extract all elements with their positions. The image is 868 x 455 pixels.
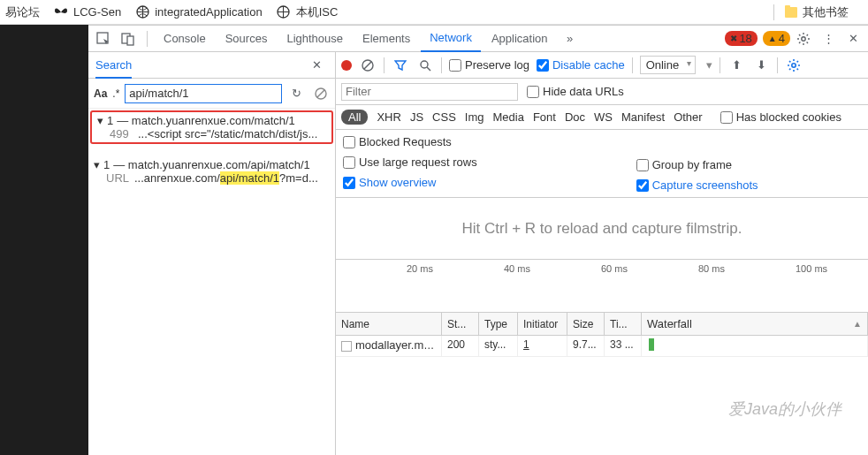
other-bookmarks[interactable]: 其他书签	[785, 4, 849, 20]
timeline-overview[interactable]: 20 ms 40 ms 60 ms 80 ms 100 ms	[336, 260, 868, 313]
tab-network[interactable]: Network	[421, 26, 481, 52]
tab-application[interactable]: Application	[483, 26, 557, 52]
more-tabs-icon[interactable]: »	[559, 27, 582, 50]
request-type-filters: All XHR JS CSS Img Media Font Doc WS Man…	[336, 105, 868, 130]
devtools-tabs: Console Sources Lighthouse Elements Netw…	[88, 26, 868, 52]
search-result-group-2[interactable]: ▾1— match.yuanrenxue.com/api/match/1 URL…	[88, 156, 335, 186]
show-overview-checkbox[interactable]: Show overview	[343, 176, 477, 189]
col-waterfall[interactable]: Waterfall▲	[642, 313, 868, 335]
search-input[interactable]	[125, 84, 282, 103]
filter-other[interactable]: Other	[674, 110, 703, 124]
filter-css[interactable]: CSS	[432, 110, 456, 124]
filter-manifest[interactable]: Manifest	[621, 110, 665, 124]
clear-icon[interactable]	[359, 57, 377, 74]
filter-font[interactable]: Font	[533, 110, 556, 124]
requests-table: Name St... Type Initiator Size Ti... Wat…	[336, 313, 868, 455]
search-result-group-1[interactable]: ▾1— match.yuanrenxue.com/match/1 499...<…	[90, 110, 333, 144]
filter-doc[interactable]: Doc	[565, 110, 585, 124]
bookmarks-bar: 易论坛 LCG-Sen integratedApplication 本机ISC …	[0, 0, 868, 25]
search-net-icon[interactable]	[416, 57, 434, 74]
svg-point-12	[792, 63, 796, 66]
regex-toggle[interactable]: .*	[112, 87, 119, 100]
col-name[interactable]: Name	[336, 313, 442, 335]
filter-ws[interactable]: WS	[594, 110, 613, 124]
tab-elements[interactable]: Elements	[354, 26, 419, 52]
watermark-text: 爱Java的小伙伴	[728, 398, 841, 420]
inspect-icon[interactable]	[92, 27, 115, 50]
blocked-requests-checkbox[interactable]: Blocked Requests	[343, 135, 477, 148]
page-dark-area	[0, 25, 88, 455]
warning-count-badge[interactable]: ▲4	[763, 31, 790, 46]
col-initiator[interactable]: Initiator	[518, 313, 567, 335]
search-panel: Search ✕ Aa .* ↻ ▾1— match.yuanrenxue.co…	[88, 52, 336, 455]
svg-line-11	[427, 67, 430, 71]
svg-line-7	[317, 90, 324, 97]
bookmark-1[interactable]: 易论坛	[5, 4, 40, 20]
tab-lighthouse[interactable]: Lighthouse	[278, 26, 352, 52]
download-har-icon[interactable]: ⬇	[752, 57, 770, 74]
filter-js[interactable]: JS	[410, 110, 423, 124]
group-by-frame-checkbox[interactable]: Group by frame	[636, 158, 758, 171]
svg-rect-4	[127, 36, 133, 45]
network-panel: Preserve log Disable cache Online ▾ ⬆ ⬇ …	[336, 52, 868, 455]
match-case-toggle[interactable]: Aa	[94, 87, 107, 100]
preserve-log-checkbox[interactable]: Preserve log	[449, 58, 529, 72]
tab-sources[interactable]: Sources	[217, 26, 277, 52]
svg-line-9	[364, 62, 371, 69]
clear-search-icon[interactable]	[311, 82, 330, 105]
filter-img[interactable]: Img	[465, 110, 484, 124]
close-search-icon[interactable]: ✕	[305, 54, 328, 77]
hide-data-urls-checkbox[interactable]: Hide data URLs	[527, 85, 624, 98]
kebab-icon[interactable]: ⋮	[817, 27, 840, 50]
device-icon[interactable]	[117, 27, 140, 50]
devtools: Console Sources Lighthouse Elements Netw…	[88, 25, 868, 455]
record-icon[interactable]	[341, 60, 352, 71]
throttling-select[interactable]: Online	[640, 56, 697, 74]
blocked-cookies-checkbox[interactable]: Has blocked cookies	[720, 110, 841, 124]
refresh-search-icon[interactable]: ↻	[287, 82, 306, 105]
disable-cache-checkbox[interactable]: Disable cache	[537, 58, 625, 72]
butterfly-icon	[54, 5, 68, 19]
bookmark-2[interactable]: LCG-Sen	[54, 5, 121, 19]
filter-xhr[interactable]: XHR	[377, 110, 400, 124]
filter-input[interactable]	[341, 83, 518, 101]
network-settings-icon[interactable]	[785, 57, 803, 74]
bookmark-3[interactable]: integratedApplication	[135, 5, 262, 19]
filter-media[interactable]: Media	[492, 110, 523, 124]
filter-all[interactable]: All	[341, 110, 368, 125]
col-time[interactable]: Ti...	[605, 313, 642, 335]
capture-screenshots-checkbox[interactable]: Capture screenshots	[636, 178, 758, 192]
globe-icon	[135, 5, 149, 19]
col-status[interactable]: St...	[442, 313, 479, 335]
filmstrip-hint: Hit Ctrl + R to reload and capture films…	[336, 198, 868, 260]
col-size[interactable]: Size	[567, 313, 605, 335]
tab-console[interactable]: Console	[155, 26, 215, 52]
error-count-badge[interactable]: ✖18	[725, 31, 757, 46]
upload-har-icon[interactable]: ⬆	[727, 57, 745, 74]
search-tab-label: Search	[95, 58, 132, 79]
folder-icon	[785, 7, 797, 18]
filter-icon[interactable]	[392, 57, 409, 74]
svg-point-5	[802, 36, 805, 40]
table-row[interactable]: modallayer.mi... 200 sty... 1 9.7... 33 …	[336, 336, 868, 357]
settings-gear-icon[interactable]	[792, 27, 815, 50]
bookmark-4[interactable]: 本机ISC	[277, 4, 339, 20]
large-rows-checkbox[interactable]: Use large request rows	[343, 155, 477, 169]
svg-point-10	[421, 61, 428, 68]
col-type[interactable]: Type	[479, 313, 518, 335]
close-devtools-icon[interactable]: ✕	[841, 27, 864, 50]
globe-icon	[277, 5, 291, 19]
